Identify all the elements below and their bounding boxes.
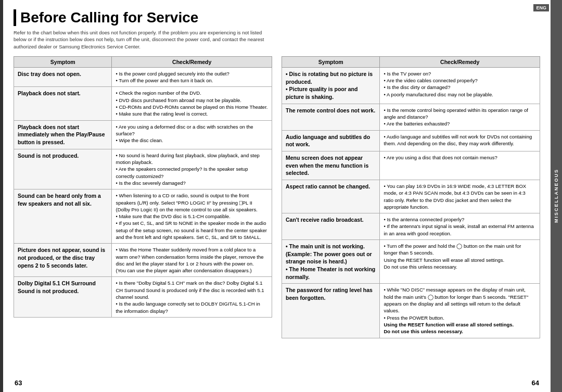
remedy-cell: • Is the antenna connected properly? • I… <box>380 213 540 240</box>
table-row: The remote control does not work. • Is t… <box>282 104 540 130</box>
symptom-cell: • Disc is rotating but no picture is pro… <box>282 67 380 104</box>
table-row: Aspect ratio cannot be changed. • You ca… <box>282 180 540 213</box>
remedy-cell: • When listening to a CD or radio, sound… <box>112 189 272 244</box>
page-container: ENG Before Calling for Service Refer to … <box>0 0 562 392</box>
table-row: • The main unit is not working. (Example… <box>282 240 540 284</box>
right-table: Symptom Check/Remedy • Disc is rotating … <box>282 56 540 338</box>
symptom-cell: Sound is not produced. <box>14 149 112 189</box>
remedy-cell: • While "NO DISC" message appears on the… <box>380 284 540 338</box>
remedy-cell: • Is the TV power on? • Are the video ca… <box>380 67 540 104</box>
page-numbers: 63 64 <box>14 379 540 387</box>
table-row: Sound is not produced. • No sound is hea… <box>14 149 272 189</box>
left-table: Symptom Check/Remedy Disc tray does not … <box>14 56 272 318</box>
table-row: Can't receive radio broadcast. • Is the … <box>282 213 540 240</box>
eng-badge: ENG <box>533 4 549 11</box>
symptom-cell: The password for rating level has been f… <box>282 284 380 338</box>
symptom-cell: Can't receive radio broadcast. <box>282 213 380 240</box>
symptom-cell: Disc tray does not open. <box>14 67 112 87</box>
table-row: Sound can be heard only from a few speak… <box>14 189 272 244</box>
symptom-cell: Sound can be heard only from a few speak… <box>14 189 112 244</box>
symptom-cell: Dolby Digital 5.1 CH Surround Sound is n… <box>14 277 112 317</box>
page-number-left: 63 <box>15 379 22 387</box>
symptom-cell: Menu screen does not appear even when th… <box>282 151 380 180</box>
remedy-cell: • You can play 16:9 DVDs in 16:9 WIDE mo… <box>380 180 540 213</box>
table-row: Playback does not start. • Check the reg… <box>14 87 272 120</box>
symptom-cell: Picture does not appear, sound is not pr… <box>14 244 112 277</box>
page-title: Before Calling for Service <box>14 9 540 26</box>
remedy-cell: • Are you using a disc that does not con… <box>380 151 540 180</box>
table-row: Disc tray does not open. • Is the power … <box>14 67 272 87</box>
remedy-cell: • Check the region number of the DVD. • … <box>112 87 272 120</box>
remedy-cell: • Turn off the power and hold the ◯ butt… <box>380 240 540 284</box>
symptom-cell: Playback does not start. <box>14 87 112 120</box>
right-table-section: Symptom Check/Remedy • Disc is rotating … <box>282 56 540 375</box>
right-col-remedy: Check/Remedy <box>380 56 540 67</box>
remedy-cell: • Is the power cord plugged securely int… <box>112 67 272 87</box>
table-row: Playback does not start immediately when… <box>14 120 272 149</box>
table-row: Menu screen does not appear even when th… <box>282 151 540 180</box>
right-col-symptom: Symptom <box>282 56 380 67</box>
left-col-symptom: Symptom <box>14 56 112 67</box>
remedy-cell: • Audio language and subtitles will not … <box>380 130 540 151</box>
symptom-cell: • The main unit is not working. (Example… <box>282 240 380 284</box>
table-row: • Disc is rotating but no picture is pro… <box>282 67 540 104</box>
left-col-remedy: Check/Remedy <box>112 56 272 67</box>
sidebar-label: MISCELLANEOUS <box>554 169 559 223</box>
page-subtitle: Refer to the chart below when this unit … <box>14 29 274 50</box>
table-row: Picture does not appear, sound is not pr… <box>14 244 272 277</box>
remedy-cell: • Was the Home Theater suddenly moved fr… <box>112 244 272 277</box>
remedy-cell: • Is the remote control being operated w… <box>380 104 540 130</box>
symptom-cell: Aspect ratio cannot be changed. <box>282 180 380 213</box>
table-row: Audio language and subtitles do not work… <box>282 130 540 151</box>
remedy-cell: • Are you using a deformed disc or a dis… <box>112 120 272 149</box>
page-number-right: 64 <box>532 379 539 387</box>
symptom-cell: Playback does not start immediately when… <box>14 120 112 149</box>
left-table-section: Symptom Check/Remedy Disc tray does not … <box>14 56 272 375</box>
main-content: ENG Before Calling for Service Refer to … <box>3 0 551 392</box>
right-sidebar: MISCELLANEOUS <box>551 0 562 392</box>
table-row: The password for rating level has been f… <box>282 284 540 338</box>
table-row: Dolby Digital 5.1 CH Surround Sound is n… <box>14 277 272 317</box>
tables-container: Symptom Check/Remedy Disc tray does not … <box>14 56 540 375</box>
symptom-cell: Audio language and subtitles do not work… <box>282 130 380 151</box>
remedy-cell: • No sound is heard during fast playback… <box>112 149 272 189</box>
symptom-cell: The remote control does not work. <box>282 104 380 130</box>
remedy-cell: • Is there "Dolby Digital 5.1 CH" mark o… <box>112 277 272 317</box>
